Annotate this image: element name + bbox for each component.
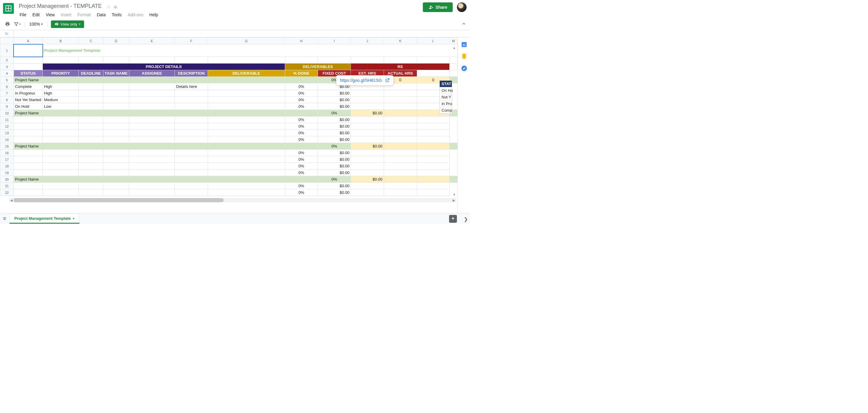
- open-link-icon[interactable]: [385, 78, 390, 83]
- deliverable-cell[interactable]: [208, 83, 285, 90]
- deliverable-cell[interactable]: [208, 183, 285, 190]
- cell[interactable]: [79, 57, 103, 64]
- est-hrs-cell[interactable]: [384, 143, 417, 149]
- deadline-cell[interactable]: [79, 136, 103, 143]
- col-header-deliverable[interactable]: DELIVERABLE: [208, 70, 285, 77]
- cell[interactable]: [417, 57, 450, 64]
- assignee-cell[interactable]: [129, 130, 175, 136]
- pct-done-cell[interactable]: 0%: [285, 103, 318, 110]
- row-header[interactable]: 3: [0, 64, 14, 70]
- pct-done-cell[interactable]: 0%: [285, 97, 318, 103]
- deliverable-cell[interactable]: [208, 169, 285, 176]
- column-header[interactable]: D: [103, 38, 129, 44]
- est-hrs-cell[interactable]: [351, 97, 384, 103]
- task-name-cell[interactable]: [103, 156, 129, 163]
- actual-hrs-cell[interactable]: [417, 143, 450, 149]
- assignee-cell[interactable]: [129, 83, 175, 90]
- calendar-icon[interactable]: 31: [461, 41, 467, 47]
- status-float-item[interactable]: In Pro: [440, 101, 452, 107]
- cell[interactable]: [208, 57, 285, 64]
- description-cell[interactable]: [175, 169, 208, 176]
- keep-icon[interactable]: [461, 53, 467, 60]
- col-header-task-name[interactable]: TASK NAME: [103, 70, 129, 77]
- col-header-pct-done[interactable]: % DONE: [285, 70, 318, 77]
- task-name-cell[interactable]: [103, 190, 129, 196]
- fixed-cost-cell[interactable]: $0.00: [318, 149, 351, 156]
- cell[interactable]: [417, 70, 450, 77]
- fixed-cost-cell[interactable]: $0.00: [318, 190, 351, 196]
- deadline-cell[interactable]: [79, 156, 103, 163]
- col-header-deadline[interactable]: DEADLINE: [79, 70, 103, 77]
- fixed-cost-cell[interactable]: $0.00: [318, 136, 351, 143]
- assignee-cell[interactable]: [129, 163, 175, 169]
- tasks-icon[interactable]: [461, 65, 467, 72]
- row-header[interactable]: 9: [0, 103, 14, 110]
- column-header[interactable]: I: [318, 38, 351, 44]
- row-header[interactable]: 13: [0, 130, 14, 136]
- deadline-cell[interactable]: [79, 149, 103, 156]
- row-header[interactable]: 1: [0, 44, 14, 57]
- menu-tools[interactable]: Tools: [109, 11, 124, 19]
- description-cell[interactable]: [175, 97, 208, 103]
- row-header[interactable]: 22: [0, 190, 14, 196]
- cell[interactable]: [13, 44, 42, 57]
- fixed-cost-cell[interactable]: $0.00: [318, 90, 351, 97]
- chevron-down-icon[interactable]: ▾: [73, 217, 74, 220]
- explore-button[interactable]: [449, 215, 457, 223]
- project-name-cell[interactable]: Project Name: [13, 176, 285, 183]
- deadline-cell[interactable]: [79, 116, 103, 123]
- task-name-cell[interactable]: [103, 97, 129, 103]
- pct-done-cell[interactable]: 0%: [285, 116, 318, 123]
- est-hrs-cell[interactable]: [351, 149, 384, 156]
- deadline-cell[interactable]: [79, 163, 103, 169]
- fixed-cost-cell[interactable]: $0.00: [318, 183, 351, 190]
- actual-hrs-cell[interactable]: [384, 163, 417, 169]
- actual-hrs-cell[interactable]: [384, 183, 417, 190]
- cell[interactable]: [285, 110, 318, 116]
- deliverable-cell[interactable]: [208, 97, 285, 103]
- est-hrs-cell[interactable]: [351, 123, 384, 130]
- est-hrs-cell[interactable]: [351, 136, 384, 143]
- priority-cell[interactable]: [43, 130, 79, 136]
- actual-hrs-cell[interactable]: [384, 116, 417, 123]
- est-hrs-cell[interactable]: [351, 169, 384, 176]
- share-button[interactable]: Share: [423, 2, 453, 12]
- menu-data[interactable]: Data: [94, 11, 108, 19]
- status-cell[interactable]: [13, 136, 42, 143]
- sheet-title[interactable]: Project Management Template: [43, 44, 458, 57]
- pct-done-cell[interactable]: 0%: [285, 149, 318, 156]
- est-hrs-cell[interactable]: [351, 116, 384, 123]
- description-cell[interactable]: [175, 116, 208, 123]
- fixed-cost-cell[interactable]: $0.00: [318, 116, 351, 123]
- spreadsheet-grid[interactable]: ABCDEFGHIJKLM1Project Management Templat…: [0, 37, 458, 213]
- row-header[interactable]: 15: [0, 143, 14, 149]
- priority-cell[interactable]: Medium: [43, 97, 79, 103]
- status-float-item[interactable]: On Ho: [440, 87, 452, 94]
- priority-cell[interactable]: [43, 136, 79, 143]
- cell[interactable]: [351, 57, 384, 64]
- assignee-cell[interactable]: [129, 97, 175, 103]
- priority-cell[interactable]: [43, 123, 79, 130]
- collapse-toolbar-icon[interactable]: [461, 21, 467, 27]
- menu-format[interactable]: Format: [75, 11, 93, 19]
- cell[interactable]: [417, 123, 450, 130]
- cell[interactable]: [285, 77, 318, 83]
- section-header-deliverables[interactable]: DELIVERABLES: [285, 64, 351, 70]
- priority-cell[interactable]: High: [43, 83, 79, 90]
- cell[interactable]: [450, 143, 458, 149]
- fixed-cost-cell[interactable]: $0.00: [351, 143, 384, 149]
- deliverable-cell[interactable]: [208, 90, 285, 97]
- column-header[interactable]: G: [208, 38, 285, 44]
- link-url[interactable]: https://goo.gl/SH61SG: [340, 78, 382, 83]
- actual-hrs-cell[interactable]: [384, 190, 417, 196]
- task-name-cell[interactable]: [103, 90, 129, 97]
- column-header[interactable]: J: [351, 38, 384, 44]
- menu-file[interactable]: File: [17, 11, 29, 19]
- fixed-cost-cell[interactable]: $0.00: [318, 130, 351, 136]
- deliverable-cell[interactable]: [208, 163, 285, 169]
- cell[interactable]: [450, 64, 458, 70]
- col-header-status[interactable]: STATUS: [13, 70, 42, 77]
- assignee-cell[interactable]: [129, 103, 175, 110]
- status-float-item[interactable]: Not Y: [440, 94, 452, 101]
- pct-done-cell[interactable]: 0%: [285, 169, 318, 176]
